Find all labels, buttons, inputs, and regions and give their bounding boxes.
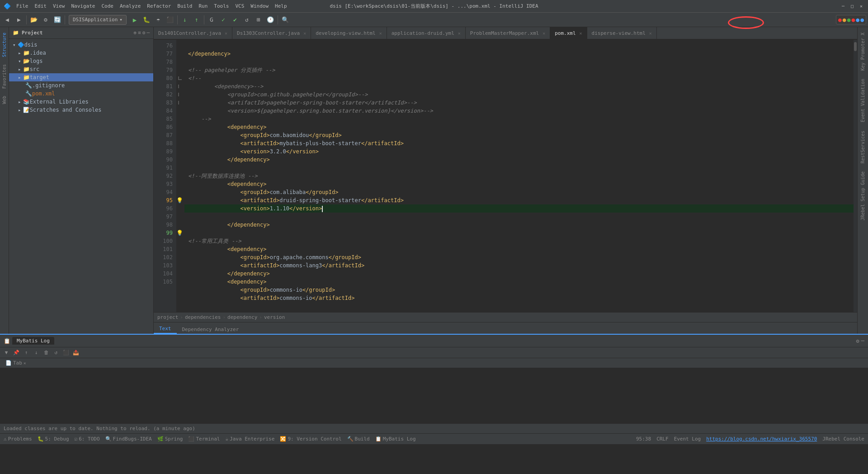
tree-item-gitignore[interactable]: 🔧 .gitignore [9,81,153,90]
sync-button[interactable]: 🔄 [52,14,63,25]
menu-file[interactable]: File [14,2,31,10]
scroll-indicator[interactable] [854,40,857,312]
revert-button[interactable]: ↺ [241,14,252,25]
version-control-item[interactable]: 🔀 9: Version Control [280,436,341,442]
menu-view[interactable]: View [50,2,68,10]
close-inner-tab[interactable]: ✕ [24,361,26,365]
spring-item[interactable]: 🌿 Spring [157,436,183,442]
close-tab-problemmapper[interactable]: ✕ [542,31,545,36]
menu-navigate[interactable]: Navigate [69,2,98,10]
breadcrumb-version[interactable]: version [264,314,285,320]
browse-button[interactable]: ⊞ [253,14,264,25]
up-btn[interactable]: ↑ [22,348,31,357]
collapse-icon[interactable]: ─ [146,30,150,36]
breadcrumb-dependencies[interactable]: dependencies [185,314,221,320]
menu-run[interactable]: Run [196,2,210,10]
filter-icon[interactable]: ≡ [138,30,141,36]
history-button[interactable]: 🕐 [265,14,276,25]
breadcrumb-project[interactable]: project [157,314,178,320]
close-tab-developing[interactable]: ✕ [379,31,382,36]
menu-help[interactable]: Help [272,2,290,10]
code-editor[interactable]: 76 77 78 79 80 81 82 83 84 85 86 87 88 8… [154,40,857,312]
back-button[interactable]: ◀ [2,14,13,25]
settings-icon[interactable]: ⚙ [856,338,859,344]
run-with-coverage-button[interactable]: ☂ [153,14,164,25]
browser-icon-5[interactable]: ● [856,16,859,23]
stop-panel-btn[interactable]: ⬛ [61,348,71,357]
export-btn[interactable]: 📤 [71,348,80,357]
tree-item-dsis[interactable]: ▾ 🔷 dsis [9,41,153,49]
todo-item[interactable]: ☑ 6: TODO [75,436,100,442]
update-button[interactable]: ↓ [179,14,190,25]
tab-ds1303[interactable]: Ds1303Controller.java ✕ [232,27,311,39]
close-tab-ds1303[interactable]: ✕ [303,31,306,36]
stop-button[interactable]: ⬛ [165,14,175,25]
tree-item-external-libs[interactable]: ▸ 📚 External Libraries [9,98,153,106]
firefox-icon[interactable]: ● [843,16,846,23]
close-button[interactable]: ✕ [858,3,864,9]
git-button[interactable]: G [206,14,217,25]
recent-files-button[interactable]: 📂 [28,14,39,25]
check2-button[interactable]: ✔ [230,14,241,25]
menu-build[interactable]: Build [175,2,195,10]
tab-disperse[interactable]: disperse-view.html ✕ [587,27,657,39]
jrebel-setup-guide[interactable]: JRebel Setup Guide [859,168,866,224]
panel-content[interactable] [0,368,868,423]
tree-item-pom[interactable]: 🔧 pom.xml [9,90,153,98]
menu-code[interactable]: Code [99,2,116,10]
tab-problemmapper[interactable]: ProblemMasterMapper.xml ✕ [466,27,550,39]
maximize-button[interactable]: □ [849,3,855,9]
tab-ds1401[interactable]: Ds1401Controller.java ✕ [154,27,232,39]
chrome-icon[interactable]: ● [838,16,842,23]
structure-tab[interactable]: Structure [1,29,8,61]
down-btn[interactable]: ↓ [32,348,41,357]
favorites-tab[interactable]: Favorites [1,61,8,92]
close-tab-ds1401[interactable]: ✕ [225,31,227,36]
tab-inner[interactable]: 📄 Tab ✕ [2,360,29,366]
pin-btn[interactable]: 📌 [12,348,21,357]
menu-refactor[interactable]: Refactor [144,2,174,10]
browser-icon-4[interactable]: ● [852,16,855,23]
position-label[interactable]: 95:38 [636,436,651,442]
tab-pom[interactable]: pom.xml ✕ [550,27,587,39]
tab-application[interactable]: application-druid.yml ✕ [387,27,466,39]
web-tab[interactable]: Web [1,92,8,108]
build-item[interactable]: 🔨 Build [347,436,370,442]
java-enterprise-item[interactable]: ☕ Java Enterprise [225,436,274,442]
tree-item-logs[interactable]: ▾ 📂 logs [9,57,153,65]
dependency-analyzer-tab[interactable]: Dependency Analyzer [177,325,245,334]
jrebel-label[interactable]: JRebel Console [822,436,864,442]
close-tab-pom[interactable]: ✕ [580,31,582,36]
debug-item[interactable]: 🐛 5: Debug [38,436,69,442]
menu-window[interactable]: Window [248,2,271,10]
rest-services[interactable]: RestServices [859,127,866,167]
menu-vcs[interactable]: VCS [232,2,247,10]
encoding-label[interactable]: CRLF [656,436,669,442]
menu-analyze[interactable]: Analyze [117,2,143,10]
close-tab-disperse[interactable]: ✕ [649,31,652,36]
problems-item[interactable]: ⚠ Problems [4,436,32,442]
tree-item-src[interactable]: ▸ 📁 src [9,65,153,73]
terminal-item[interactable]: ⬛ Terminal [188,436,220,442]
sync-icon[interactable]: ⊕ [134,30,137,36]
filter-btn[interactable]: ▼ [2,348,11,357]
event-log-label[interactable]: Event Log [674,436,701,442]
browser-icon-3[interactable]: ● [847,16,851,23]
forward-button[interactable]: ▶ [14,14,24,25]
menu-tools[interactable]: Tools [211,2,231,10]
debug-button[interactable]: 🐛 [141,14,152,25]
browser-icon-6[interactable]: ● [860,16,864,23]
code-content[interactable]: </dependency> <!-- pagehelper 分页插件 --> <… [184,40,854,312]
url-link[interactable]: https://blog.csdn.net/hwxiarix_365570 [706,436,817,442]
search-button[interactable]: 🔍 [280,14,291,25]
tab-developing[interactable]: developing-view.html ✕ [311,27,387,39]
commit-button[interactable]: ↑ [191,14,202,25]
event-validation[interactable]: Event Validation [859,75,866,126]
menu-edit[interactable]: Edit [32,2,50,10]
findbugs-item[interactable]: 🔍 FindBugs-IDEA [105,436,152,442]
gear-icon[interactable]: ⚙ [142,30,146,36]
key-promoter-x[interactable]: Key Promoter X [859,29,866,74]
breadcrumb-dependency[interactable]: dependency [227,314,257,320]
panel-minimize-icon[interactable]: ─ [861,338,864,344]
mybatis-log-tab[interactable]: MyBatis Log [12,337,54,345]
